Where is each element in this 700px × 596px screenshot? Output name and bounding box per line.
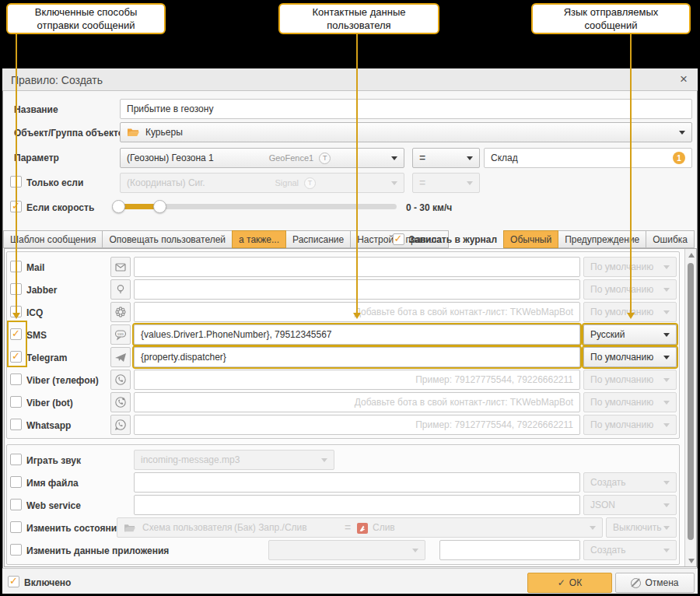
annotation-highlight-box — [7, 321, 27, 367]
speed-range-text: 0 - 30 км/ч — [406, 202, 452, 213]
param-sensor-select[interactable]: (Геозоны) Геозона 1 GeoFence1 T — [120, 148, 404, 168]
chevron-down-icon — [663, 481, 670, 485]
cancel-button[interactable]: Отмена — [615, 573, 695, 593]
chevron-down-icon — [321, 458, 327, 462]
viber-phone-input[interactable]: Пример: 79127775544, 79226662211 — [134, 370, 580, 390]
telegram-input[interactable]: {property.dispatcher} — [134, 347, 580, 367]
chevron-down-icon — [663, 401, 670, 405]
scroll-up-icon[interactable] — [685, 249, 697, 261]
chevron-down-icon — [590, 526, 596, 530]
annotation-line — [630, 34, 632, 314]
channel-label: Jabber — [26, 285, 57, 296]
rule-name-value: Прибытие в геозону — [127, 103, 213, 114]
whatsapp-input[interactable]: Пример: 79127775544, 79226662211 — [134, 415, 580, 435]
only-if-operator-select: = — [412, 173, 480, 193]
object-select[interactable]: Курьеры — [120, 122, 692, 142]
tab-notify-users[interactable]: Оповещать пользователей — [102, 230, 233, 248]
chevron-down-icon — [663, 310, 670, 314]
chevron-down-icon — [663, 423, 670, 427]
change-state-checkbox[interactable] — [10, 521, 22, 533]
callout-contact-data: Контактные данные пользователя — [278, 3, 439, 34]
param-sensor-code: GeoFence1 — [269, 153, 313, 163]
screen: Правило: Создать × Название Прибытие в г… — [0, 0, 700, 596]
viber-bot-checkbox[interactable] — [10, 396, 22, 408]
web-service-checkbox[interactable] — [10, 499, 22, 510]
web-service-format-select: JSON — [583, 495, 677, 515]
file-name-label: Имя файла — [26, 478, 79, 489]
chevron-down-icon — [412, 549, 418, 552]
vertical-scrollbar[interactable] — [684, 249, 696, 566]
channel-label: Whatsapp — [26, 420, 71, 431]
channel-label: Telegram — [26, 352, 67, 363]
change-app-data-label: Изменить данные приложения — [26, 545, 169, 556]
name-label: Название — [14, 104, 58, 115]
channel-label: SMS — [26, 330, 47, 341]
count-badge: 1 — [673, 152, 685, 164]
param-value-input[interactable]: Склад 1 — [484, 148, 692, 168]
journal-checkbox[interactable] — [393, 233, 404, 245]
only-if-sensor-value: (Координаты) Сиг. — [127, 177, 205, 188]
chevron-down-icon — [663, 288, 670, 292]
callout-enabled-channels: Включенные способы отправки сообщений — [6, 3, 166, 34]
whatsapp-checkbox[interactable] — [10, 419, 22, 430]
cancel-icon — [631, 578, 641, 588]
annotation-arrow — [353, 313, 361, 319]
file-mode-select: Создать — [583, 472, 677, 493]
tab-message-template[interactable]: Шаблон сообщения — [3, 230, 103, 248]
speed-slider-handle-max[interactable] — [153, 200, 166, 213]
file-name-input[interactable] — [134, 472, 580, 493]
chevron-down-icon — [663, 503, 670, 507]
rule-name-input[interactable]: Прибытие в геозону — [120, 99, 692, 119]
journal-label: Записать в журнал — [409, 234, 498, 245]
play-sound-checkbox[interactable] — [10, 454, 22, 465]
sms-lang-select[interactable]: Русский — [583, 324, 677, 345]
tab-error[interactable]: Ошибка — [646, 230, 695, 248]
viber-phone-checkbox[interactable] — [10, 373, 22, 385]
chevron-down-icon — [467, 156, 473, 160]
web-service-input[interactable] — [134, 495, 580, 515]
telegram-icon — [110, 347, 131, 367]
change-app-data-checkbox[interactable] — [10, 544, 22, 556]
param-label: Параметр — [14, 153, 59, 163]
app-data-key-select — [268, 540, 425, 560]
only-if-label: Только если — [26, 177, 83, 188]
sms-input[interactable]: {values.Driver1.PhoneNumber}, 7951234556… — [134, 324, 580, 345]
viber-bot-input[interactable]: Добавьте бота в свой контакт-лист: TKWeb… — [134, 392, 580, 412]
scroll-down-icon[interactable] — [685, 555, 697, 566]
only-if-sensor-code: Signal — [275, 178, 299, 188]
chevron-down-icon — [391, 156, 397, 160]
chevron-down-icon — [663, 356, 670, 359]
app-data-value-input[interactable] — [439, 540, 580, 560]
enabled-label: Включено — [24, 577, 71, 588]
scrollbar-thumb[interactable] — [688, 263, 694, 540]
enabled-checkbox[interactable] — [8, 576, 19, 587]
tab-warning[interactable]: Предупреждение — [558, 230, 646, 248]
object-value: Курьеры — [145, 127, 183, 138]
tab-normal[interactable]: Обычный — [503, 230, 558, 248]
chevron-down-icon — [663, 549, 670, 552]
object-label: Объект/Группа объектов — [14, 128, 129, 138]
speed-slider-handle-min[interactable] — [112, 200, 125, 213]
viber-phone-icon — [110, 370, 131, 390]
file-name-checkbox[interactable] — [10, 476, 22, 488]
viber-bot-icon — [110, 392, 131, 412]
only-if-operator-value: = — [419, 177, 425, 189]
close-icon[interactable]: × — [677, 72, 690, 87]
sms-icon: SMS — [110, 324, 131, 345]
change-state-mode-select: Выключить — [606, 517, 677, 538]
ok-button[interactable]: ✓ ОК — [527, 573, 612, 593]
text-type-icon: T — [319, 153, 331, 164]
state-value-icon — [357, 523, 368, 534]
folder-icon — [124, 523, 136, 533]
tab-schedule[interactable]: Расписание — [285, 230, 351, 248]
web-service-label: Web service — [26, 500, 81, 511]
annotation-arrow — [12, 313, 20, 319]
param-operator-select[interactable]: = — [412, 148, 480, 168]
dialog-title: Правило: Создать — [11, 74, 103, 86]
folder-icon — [127, 127, 140, 138]
telegram-lang-select[interactable]: По умолчанию — [583, 347, 677, 367]
tab-also[interactable]: а также... — [232, 230, 286, 248]
annotation-arrow — [627, 313, 635, 319]
annotation-line — [356, 34, 358, 314]
mail-icon — [110, 257, 131, 277]
